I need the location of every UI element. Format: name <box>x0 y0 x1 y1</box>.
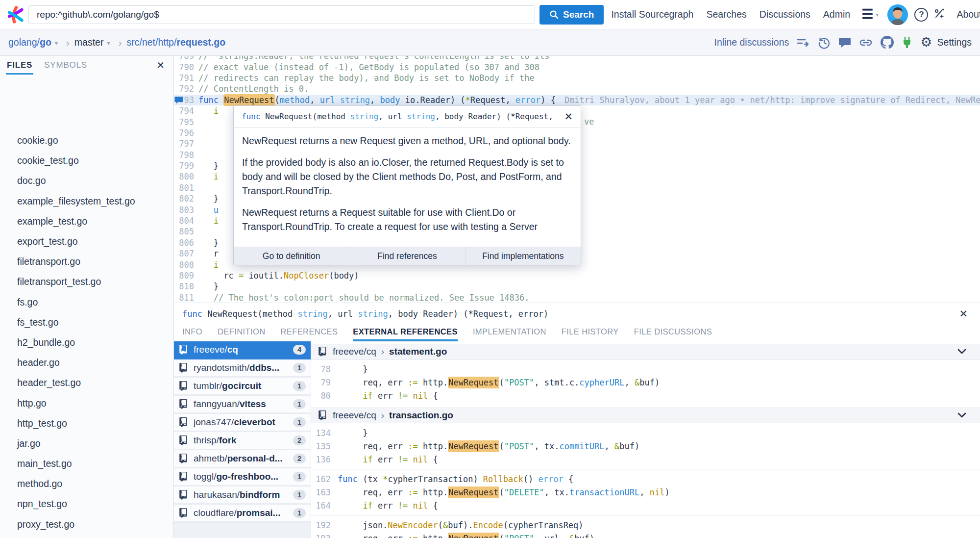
sourcegraph-logo-icon[interactable] <box>7 6 24 24</box>
file-item[interactable]: cookie_test.go <box>0 151 173 171</box>
avatar[interactable] <box>887 4 908 25</box>
inline-discussions-toggle-icon[interactable] <box>797 37 810 48</box>
line-number[interactable]: 162 <box>311 474 331 484</box>
line-number[interactable]: 798 <box>174 150 194 160</box>
file-item[interactable]: example_filesystem_test.go <box>0 191 173 211</box>
line-number[interactable]: 193 <box>311 534 331 538</box>
line-number[interactable]: 794 <box>174 106 194 116</box>
repo-item[interactable]: ahmetb/personal-d...2 <box>174 450 311 468</box>
highlighted-token[interactable]: NewRequest <box>448 377 499 388</box>
repo-item[interactable]: toggl/go-freshboo...1 <box>174 468 311 487</box>
line-number[interactable]: 78 <box>311 364 331 374</box>
reference-group-header[interactable]: freeeve/cq›transaction.go <box>311 408 980 423</box>
reference-line[interactable]: 79 req, err := http.NewRequest("POST", s… <box>311 376 980 389</box>
line-number[interactable]: 164 <box>311 501 331 511</box>
file-item[interactable]: method.go <box>0 474 173 494</box>
repo-item[interactable]: ryandotsmith/ddbs...1 <box>174 359 311 378</box>
breadcrumb-rev[interactable]: master <box>74 37 104 48</box>
file-item[interactable]: header.go <box>0 353 173 373</box>
settings-label[interactable]: Settings <box>937 37 972 48</box>
nav-install-sourcegraph[interactable]: Install Sourcegraph <box>605 9 700 20</box>
nav-about[interactable]: About <box>950 9 980 20</box>
chevron-down-icon[interactable] <box>957 349 967 355</box>
repo-item[interactable]: freeeve/cq4 <box>174 341 311 359</box>
file-item[interactable]: cookie.go <box>0 130 173 151</box>
line-number[interactable]: 136 <box>311 455 331 464</box>
line-number[interactable]: 163 <box>311 487 331 497</box>
reference-line[interactable]: 193 req, err := http.NewRequest("POST", … <box>311 532 980 538</box>
nav-searches[interactable]: Searches <box>700 9 753 20</box>
reference-group-header[interactable]: freeeve/cq›statement.go <box>311 344 980 359</box>
tab-symbols[interactable]: SYMBOLS <box>44 56 87 75</box>
nav-admin[interactable]: Admin <box>817 9 857 20</box>
file-item[interactable]: export_test.go <box>0 231 173 252</box>
panel-tab-references[interactable]: REFERENCES <box>281 324 338 341</box>
line-number[interactable]: 796 <box>174 128 194 138</box>
reference-line[interactable]: 162func (tx *cypherTransaction) Rollback… <box>311 472 980 486</box>
panel-tab-file-discussions[interactable]: FILE DISCUSSIONS <box>634 324 712 341</box>
line-number[interactable]: 789 <box>174 56 194 61</box>
repo-item[interactable]: tumblr/gocircuit1 <box>174 378 311 396</box>
reference-line[interactable]: 163 req, err := http.NewRequest("DELETE"… <box>311 486 980 499</box>
file-item[interactable]: http.go <box>0 393 173 413</box>
line-number[interactable]: 809 <box>174 271 194 281</box>
nav-discussions[interactable]: Discussions <box>753 9 817 20</box>
code-line[interactable]: 789// *strings.Reader, the returned requ… <box>174 56 980 61</box>
find-references-button[interactable]: Find references <box>349 247 465 265</box>
line-number[interactable]: 792 <box>174 84 194 94</box>
search-input[interactable] <box>28 5 535 24</box>
line-number[interactable]: 192 <box>311 520 331 530</box>
reference-line[interactable]: 134 } <box>311 426 980 439</box>
line-number[interactable]: 801 <box>174 183 194 193</box>
code-line[interactable]: 793func NewRequest(method, url string, b… <box>174 95 980 105</box>
code-line[interactable]: 810 } <box>174 281 980 292</box>
line-number[interactable]: 806 <box>174 238 194 248</box>
rev-caret-icon[interactable]: ▾ <box>107 40 110 47</box>
reference-line[interactable]: 136 if err != nil { <box>311 453 980 466</box>
line-number[interactable]: 805 <box>174 227 194 236</box>
file-item[interactable]: proxy_test.go <box>0 514 173 535</box>
file-item[interactable]: fs_test.go <box>0 312 173 333</box>
link-icon[interactable] <box>859 38 873 48</box>
reference-line[interactable]: 78 } <box>311 362 980 376</box>
line-number[interactable]: 807 <box>174 249 194 258</box>
plug-icon[interactable] <box>902 36 912 49</box>
code-line[interactable]: 809 rc = ioutil.NopCloser(body) <box>174 270 980 281</box>
line-number[interactable]: 797 <box>174 139 194 149</box>
line-number[interactable]: 800 <box>174 172 194 181</box>
code-line[interactable]: 791// redirects can replay the body), an… <box>174 73 980 83</box>
history-icon[interactable] <box>818 36 831 49</box>
line-number[interactable]: 135 <box>311 441 331 451</box>
file-item[interactable]: doc.go <box>0 171 173 191</box>
line-number[interactable]: 795 <box>174 117 194 127</box>
panel-tab-file-history[interactable]: FILE HISTORY <box>562 324 619 341</box>
highlighted-token[interactable]: NewRequest <box>223 94 274 106</box>
file-item[interactable]: main_test.go <box>0 454 173 474</box>
comments-icon[interactable] <box>838 37 851 49</box>
highlighted-token[interactable]: NewRequest <box>448 440 499 452</box>
panel-tab-external-references[interactable]: EXTERNAL REFERENCES <box>353 324 458 341</box>
line-number[interactable]: 803 <box>174 205 194 215</box>
code-line[interactable]: 790// exact value (instead of -1), GetBo… <box>174 61 980 72</box>
repo-item[interactable]: harukasan/bindform1 <box>174 487 311 505</box>
reference-line[interactable]: 135 req, err := http.NewRequest("POST", … <box>311 439 980 453</box>
search-button[interactable]: Search <box>539 5 604 25</box>
file-item[interactable]: filetransport_test.go <box>0 272 173 292</box>
line-number[interactable]: 808 <box>174 260 194 270</box>
panel-close-icon[interactable]: ✕ <box>959 308 968 320</box>
hamburger-menu[interactable]: ☰ ▾ <box>857 8 882 21</box>
line-number[interactable]: 79 <box>311 378 331 387</box>
tooltip-close-icon[interactable]: ✕ <box>564 111 573 123</box>
repo-item[interactable]: jonas747/cleverbot1 <box>174 414 311 432</box>
file-item[interactable]: range_test.go <box>0 535 173 538</box>
help-icon[interactable]: ? <box>914 8 928 22</box>
repo-item[interactable]: cloudflare/promsai...1 <box>174 505 311 523</box>
close-icon[interactable]: ✕ <box>156 59 165 71</box>
panel-tab-definition[interactable]: DEFINITION <box>218 324 266 341</box>
find-implementations-button[interactable]: Find implementations <box>465 247 581 265</box>
inline-discussions-label[interactable]: Inline discussions <box>714 37 789 48</box>
code-line[interactable]: 811 // The host's colon:port should be n… <box>174 292 980 303</box>
repo-item[interactable]: fanngyuan/vitess1 <box>174 396 311 414</box>
file-item[interactable]: fs.go <box>0 292 173 312</box>
line-number[interactable]: 790 <box>174 62 194 72</box>
